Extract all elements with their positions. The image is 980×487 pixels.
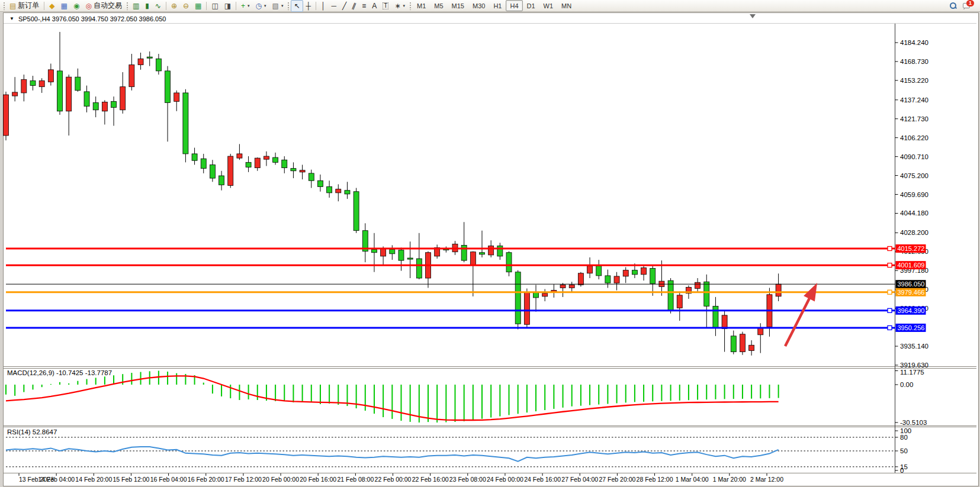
svg-text:24 Feb 00:00: 24 Feb 00:00 [487,476,523,483]
chevron-down-icon: ▾ [281,4,284,8]
timeframe-mn-button[interactable]: MN [557,0,576,11]
timeframe-m5-button[interactable]: M5 [430,0,447,11]
data-window-icon: ▦ [61,2,68,9]
svg-text:23 Feb 08:00: 23 Feb 08:00 [449,476,486,483]
svg-text:MACD(12,26,9) -10.7425 -13.778: MACD(12,26,9) -10.7425 -13.7787 [7,369,112,376]
toolbar-handle[interactable] [287,2,290,10]
timeframe-m1-button[interactable]: M1 [413,0,430,11]
chat-icon: 1 [963,2,972,9]
chart-shift-button[interactable]: ◨ [221,0,234,12]
navigator-button[interactable]: ◉ [70,0,82,12]
candlestick-chart-icon: ▮ [145,2,149,9]
market-watch-icon: ◆ [49,2,54,9]
toolbar-separator [316,2,316,10]
toolbar-separator [236,2,236,10]
svg-text:20 Feb 00:00: 20 Feb 00:00 [262,476,299,483]
chevron-down-icon: ▾ [264,4,266,8]
horizontal-line-icon: ─ [332,2,337,9]
svg-text:4168.730: 4168.730 [900,58,928,65]
svg-text:14 Feb 20:00: 14 Feb 20:00 [75,476,112,483]
trendline-button[interactable]: ╱ [339,0,349,12]
autotrade-button-label: 自动交易 [94,1,122,11]
auto-scroll-button[interactable]: ◫ [208,0,221,12]
timeframe-m30-button[interactable]: M30 [468,0,489,11]
svg-text:4044.180: 4044.180 [900,209,928,217]
timeframe-h4-button[interactable]: H4 [506,0,522,11]
toolbar-handle[interactable] [3,2,5,10]
timeframe-d1-button[interactable]: D1 [523,0,539,11]
svg-text:3919.630: 3919.630 [900,362,928,369]
timeframe-w1-button[interactable]: W1 [539,0,558,11]
text-label-icon: T [383,2,388,9]
svg-text:-30.5103: -30.5103 [900,419,927,426]
svg-text:27 Feb 20:00: 27 Feb 20:00 [599,476,635,483]
svg-text:4059.690: 4059.690 [900,191,928,198]
svg-text:17 Feb 12:00: 17 Feb 12:00 [225,476,262,483]
svg-text:50: 50 [900,447,908,454]
svg-text:11.1775: 11.1775 [900,369,924,376]
horizontal-line-button[interactable]: ─ [329,0,340,12]
text-icon: A [372,2,377,9]
chart-canvas[interactable]: 4184.2404168.7304153.2204137.2404121.730… [0,0,980,487]
chat-button[interactable]: 1 [960,0,978,12]
period-button[interactable]: ◷▾ [253,0,269,12]
zoom-out-icon: ⊖ [183,2,189,9]
svg-text:3986.050: 3986.050 [898,280,925,288]
timeframe-m15-button[interactable]: M15 [448,0,468,11]
navigator-icon: ◉ [73,2,79,9]
zoom-out-button[interactable]: ⊖ [180,0,192,12]
arrows-button[interactable]: ∗▾ [391,0,408,12]
search-icon [949,2,957,9]
svg-text:4015.272: 4015.272 [898,245,925,252]
trendline-icon: ╱ [342,2,346,9]
svg-text:15 Feb 12:00: 15 Feb 12:00 [113,476,150,483]
svg-text:3964.390: 3964.390 [898,307,925,314]
text-button[interactable]: A [369,0,380,12]
crosshair-button[interactable]: ┼ [303,0,314,12]
tile-windows-button[interactable]: ▦ [192,0,204,12]
svg-text:3950.256: 3950.256 [898,324,925,331]
new-order-button-label: 新订单 [18,1,39,11]
new-order-icon: ▤ [9,2,16,9]
vertical-line-icon: │ [321,2,326,9]
autotrade-button[interactable]: ◎自动交易 [82,0,124,12]
horizontal-lines [6,247,895,330]
arrows-icon: ∗ [394,2,400,9]
market-watch-button[interactable]: ◆ [46,0,57,12]
new-order-button[interactable]: ▤新订单 [7,0,42,12]
svg-text:16 Feb 04:00: 16 Feb 04:00 [150,476,187,483]
cursor-button[interactable]: ↖ [291,0,303,12]
chevron-down-icon[interactable]: ▼ [9,16,14,21]
line-chart-icon: ∿ [155,2,161,9]
template-button[interactable]: ▧▾ [269,0,287,12]
tile-windows-icon: ▦ [195,2,201,9]
zoom-in-icon: ⊕ [171,2,177,9]
svg-text:4028.200: 4028.200 [900,229,928,236]
autotrade-icon: ◎ [85,2,91,9]
template-icon: ▧ [272,2,279,9]
chart-title-bar[interactable]: ▼ SP500-,H4 3976.050 3994.750 3972.050 3… [9,15,166,22]
text-label-button[interactable]: T [380,0,391,12]
toolbar-handle[interactable] [126,2,128,10]
fibonacci-button[interactable]: ≡ [359,0,369,12]
bar-chart-button[interactable]: ▥ [130,0,142,12]
zoom-in-button[interactable]: ⊕ [168,0,180,12]
svg-text:4137.240: 4137.240 [900,96,928,104]
auto-scroll-icon: ◫ [211,2,218,9]
svg-text:4121.730: 4121.730 [900,115,928,122]
add-indicator-button[interactable]: +▾ [238,0,253,12]
svg-text:4184.240: 4184.240 [900,39,928,46]
vertical-line-button[interactable]: │ [318,0,329,12]
svg-text:3979.466: 3979.466 [898,289,925,296]
toolbar-handle[interactable] [409,2,412,10]
svg-text:22 Feb 00:00: 22 Feb 00:00 [375,476,412,483]
data-window-button[interactable]: ▦ [58,0,70,12]
search-button[interactable] [946,0,960,12]
line-chart-button[interactable]: ∿ [152,0,164,12]
cursor-icon: ↖ [294,2,300,9]
timeframe-h1-button[interactable]: H1 [489,0,506,11]
candlestick-chart-button[interactable]: ▮ [142,0,152,12]
channel-button[interactable]: ∥ [349,0,359,12]
notification-badge: 1 [966,0,974,7]
chart-shift-marker [750,14,756,18]
